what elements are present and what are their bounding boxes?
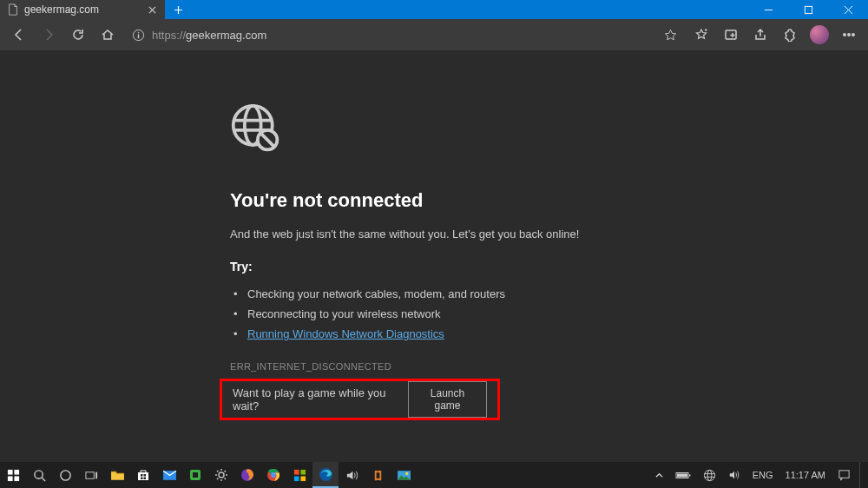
firefox-icon[interactable] [234,462,260,488]
favorites-button[interactable] [687,21,715,49]
svg-point-4 [844,34,845,36]
globe-offline-icon [230,102,282,155]
svg-rect-16 [85,472,93,478]
error-suggestion-item: Reconnecting to your wireless network [230,304,629,324]
svg-point-5 [848,34,850,36]
volume-app-icon[interactable] [339,462,365,488]
volume-icon[interactable] [725,462,744,488]
settings-icon[interactable] [208,462,234,488]
microsoft-store-icon[interactable] [130,462,156,488]
launch-game-button[interactable]: Launch game [408,381,487,418]
window-close-button[interactable] [828,0,868,19]
tab-title: geekermag.com [24,3,141,16]
svg-rect-34 [300,476,306,481]
error-suggestion-item: Checking your network cables, modem, and… [230,284,629,304]
svg-point-25 [219,472,224,478]
window-maximize-button[interactable] [788,0,828,19]
taskbar-right: ENG 11:17 AM [652,462,868,488]
svg-rect-31 [293,469,299,474]
tab-close-icon[interactable] [146,3,158,16]
green-app-icon[interactable] [182,462,208,488]
svg-rect-17 [95,472,97,478]
file-explorer-icon[interactable] [104,462,130,488]
svg-rect-40 [689,474,691,476]
svg-rect-33 [293,476,299,481]
svg-rect-18 [141,474,143,477]
network-icon[interactable] [700,462,720,488]
taskbar-left [0,462,417,488]
cortana-button[interactable] [52,462,78,488]
site-info-icon[interactable] [132,29,145,42]
collections-button[interactable] [717,21,745,49]
microsoft-apps-icon[interactable] [286,462,312,488]
svg-rect-10 [7,469,12,474]
svg-point-30 [272,473,275,477]
error-subtitle: And the web just isn't the same without … [230,228,629,241]
network-diagnostics-link[interactable]: Running Windows Network Diagnostics [247,327,444,340]
action-center-icon[interactable] [834,462,854,488]
nav-forward-button [35,21,62,49]
tray-overflow-icon[interactable] [652,462,667,488]
svg-point-15 [60,470,69,479]
surf-game-text: Want to play a game while you wait? [233,386,396,412]
input-language[interactable]: ENG [749,462,777,488]
error-suggestion-item: Running Windows Network Diagnostics [230,324,629,344]
battery-icon[interactable] [672,462,694,488]
photos-app-icon[interactable] [391,462,417,488]
clock[interactable]: 11:17 AM [782,462,829,488]
svg-point-37 [405,472,408,474]
address-bar[interactable]: https://geekermag.com [123,23,686,47]
svg-rect-12 [7,476,12,481]
window-minimize-button[interactable] [748,0,788,19]
svg-rect-0 [805,6,812,13]
error-code: ERR_INTERNET_DISCONNECTED [230,361,629,372]
show-desktop-button[interactable] [859,462,865,488]
svg-rect-32 [300,469,306,474]
svg-rect-20 [141,478,143,480]
svg-rect-19 [144,474,147,477]
error-heading: You're not connected [230,189,629,212]
search-button[interactable] [26,462,52,488]
svg-rect-21 [144,478,147,480]
surf-game-prompt: Want to play a game while you wait? Laun… [220,379,500,420]
error-panel: You're not connected And the web just is… [230,102,629,372]
browser-toolbar: https://geekermag.com [0,19,868,50]
start-button[interactable] [0,462,26,488]
svg-point-41 [704,470,714,480]
error-suggestion-list: Checking your network cables, modem, and… [230,284,629,344]
nav-back-button[interactable] [5,21,33,49]
task-view-button[interactable] [78,462,104,488]
svg-rect-13 [14,476,19,481]
extension-button[interactable] [776,21,804,49]
url-text: https://geekermag.com [152,29,266,42]
titlebar-drag-region[interactable] [191,0,748,19]
share-button[interactable] [746,21,774,49]
page-icon [7,3,19,16]
svg-point-6 [852,34,854,36]
new-tab-button[interactable] [165,0,191,19]
svg-point-14 [34,470,42,478]
chrome-icon[interactable] [260,462,286,488]
browser-tab[interactable]: geekermag.com [0,0,165,19]
favorite-star-icon[interactable] [664,29,677,42]
windows-taskbar: ENG 11:17 AM [0,462,868,488]
profile-avatar[interactable] [806,21,833,49]
svg-rect-24 [193,472,198,478]
more-menu-button[interactable] [835,21,863,49]
svg-rect-11 [14,469,19,474]
title-bar: geekermag.com [0,0,868,19]
nav-refresh-button[interactable] [64,21,92,49]
svg-point-2 [138,31,140,33]
edge-browser-icon[interactable] [312,462,339,488]
svg-point-42 [707,470,712,480]
page-content: You're not connected And the web just is… [0,50,868,462]
mail-icon[interactable] [156,462,182,488]
svg-rect-39 [677,473,687,477]
error-try-header: Try: [230,260,629,274]
orange-app-icon[interactable] [365,462,391,488]
nav-home-button[interactable] [94,21,122,49]
svg-rect-43 [839,470,849,477]
